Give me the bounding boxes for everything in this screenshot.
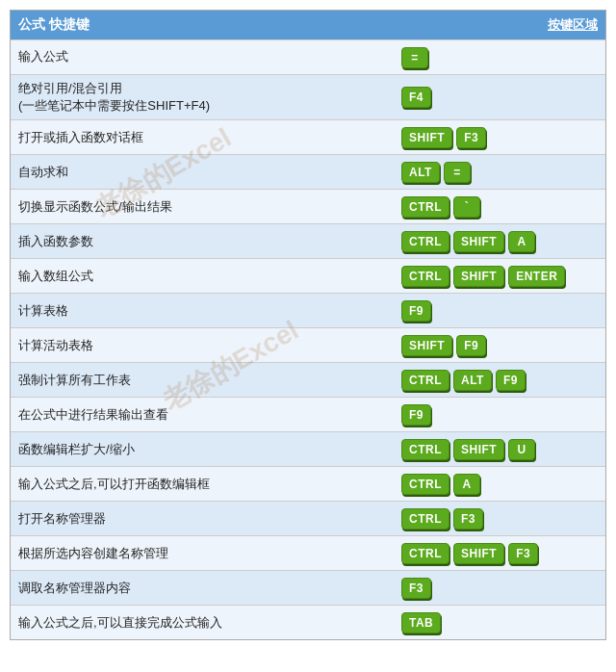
table-row: 插入函数参数CTRLSHIFTA: [11, 223, 605, 258]
row-description: 计算活动表格: [11, 332, 394, 359]
keyboard-key: CTRL: [401, 439, 449, 460]
table-row: 调取名称管理器内容F3: [11, 570, 605, 605]
keyboard-key: F3: [401, 578, 431, 599]
keyboard-key: SHIFT: [453, 231, 504, 252]
row-description: 在公式中进行结果输出查看: [11, 401, 394, 428]
keyboard-key: F9: [496, 370, 526, 391]
table-row: 函数编辑栏扩大/缩小CTRLSHIFTU: [11, 431, 605, 466]
row-description: 输入公式: [11, 43, 394, 70]
keyboard-key: F4: [401, 87, 431, 108]
keyboard-key: CTRL: [401, 508, 449, 530]
row-keys: TAB: [394, 607, 605, 638]
header-region: 按键区域: [386, 16, 598, 34]
keyboard-key: SHIFT: [401, 127, 452, 148]
row-description: 切换显示函数公式/输出结果: [11, 194, 394, 220]
row-keys: F4: [394, 82, 605, 113]
keyboard-key: F3: [456, 127, 486, 148]
keyboard-key: CTRL: [401, 231, 449, 252]
keyboard-key: F3: [453, 508, 483, 530]
row-description: 输入公式之后,可以打开函数编辑框: [11, 471, 394, 498]
row-keys: CTRLALTF9: [394, 365, 605, 396]
table-body: 输入公式=绝对引用/混合引用 (一些笔记本中需要按住SHIFT+F4)F4打开或…: [11, 39, 605, 639]
table-row: 根据所选内容创建名称管理CTRLSHIFTF3: [11, 535, 605, 570]
table-row: 输入公式之后,可以直接完成公式输入TAB: [11, 605, 605, 639]
table-row: 计算活动表格SHIFTF9: [11, 327, 605, 362]
row-keys: F9: [394, 296, 605, 326]
row-keys: CTRLSHIFTU: [394, 434, 605, 465]
row-description: 插入函数参数: [11, 228, 394, 255]
row-description: 强制计算所有工作表: [11, 367, 394, 394]
table-row: 打开或插入函数对话框SHIFTF3: [11, 119, 605, 154]
header-title: 公式 快捷键: [18, 16, 386, 34]
row-description: 打开或插入函数对话框: [11, 124, 394, 151]
keyboard-key: CTRL: [401, 474, 449, 495]
row-keys: CTRL`: [394, 192, 605, 222]
table-row: 切换显示函数公式/输出结果CTRL`: [11, 189, 605, 223]
keyboard-key: F9: [401, 404, 431, 426]
row-keys: SHIFTF9: [394, 330, 605, 361]
keyboard-key: CTRL: [401, 196, 449, 218]
row-keys: CTRLA: [394, 469, 605, 500]
row-keys: ALT=: [394, 157, 605, 188]
row-keys: CTRLF3: [394, 504, 605, 534]
keyboard-key: ALT: [401, 162, 440, 183]
keyboard-key: F9: [401, 300, 431, 322]
row-description: 绝对引用/混合引用 (一些笔记本中需要按住SHIFT+F4): [11, 75, 394, 119]
keyboard-key: `: [453, 196, 480, 218]
table-row: 在公式中进行结果输出查看F9: [11, 397, 605, 431]
keyboard-key: ENTER: [508, 266, 565, 287]
table-row: 自动求和ALT=: [11, 154, 605, 189]
table-row: 绝对引用/混合引用 (一些笔记本中需要按住SHIFT+F4)F4: [11, 74, 605, 119]
keyboard-key: ALT: [453, 370, 492, 391]
row-keys: SHIFTF3: [394, 122, 605, 153]
row-keys: F3: [394, 573, 605, 604]
row-keys: CTRLSHIFTA: [394, 226, 605, 257]
keyboard-key: SHIFT: [453, 439, 504, 460]
table-row: 输入公式=: [11, 39, 605, 74]
keyboard-key: =: [444, 162, 471, 183]
keyboard-key: F3: [508, 543, 538, 564]
keyboard-key: CTRL: [401, 266, 449, 287]
row-description: 函数编辑栏扩大/缩小: [11, 436, 394, 463]
keyboard-key: SHIFT: [453, 543, 504, 564]
table-row: 输入公式之后,可以打开函数编辑框CTRLA: [11, 466, 605, 501]
keyboard-key: U: [508, 439, 535, 460]
keyboard-key: CTRL: [401, 370, 449, 391]
keyboard-key: =: [401, 47, 428, 68]
table-row: 强制计算所有工作表CTRLALTF9: [11, 362, 605, 397]
row-keys: CTRLSHIFTENTER: [394, 261, 605, 292]
keyboard-key: SHIFT: [401, 335, 452, 356]
row-description: 自动求和: [11, 159, 394, 186]
row-keys: CTRLSHIFTF3: [394, 538, 605, 569]
keyboard-key: A: [508, 231, 535, 252]
row-description: 根据所选内容创建名称管理: [11, 540, 394, 567]
row-description: 调取名称管理器内容: [11, 575, 394, 602]
keyboard-key: A: [453, 474, 480, 495]
row-description: 打开名称管理器: [11, 505, 394, 532]
row-description: 计算表格: [11, 297, 394, 324]
row-description: 输入数组公式: [11, 263, 394, 290]
row-keys: =: [394, 42, 605, 73]
table-row: 打开名称管理器CTRLF3: [11, 501, 605, 535]
keyboard-key: CTRL: [401, 543, 449, 564]
row-keys: F9: [394, 400, 605, 430]
keyboard-key: TAB: [401, 612, 441, 633]
table-row: 计算表格F9: [11, 293, 605, 327]
keyboard-key: SHIFT: [453, 266, 504, 287]
table-row: 输入数组公式CTRLSHIFTENTER: [11, 258, 605, 293]
row-description: 输入公式之后,可以直接完成公式输入: [11, 609, 394, 636]
keyboard-key: F9: [456, 335, 486, 356]
